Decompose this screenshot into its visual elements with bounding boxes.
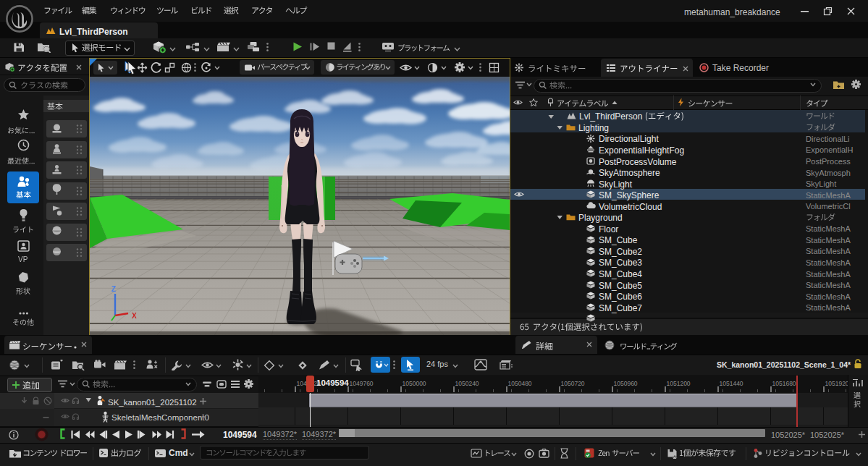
svg-text:Z: Z <box>111 285 116 293</box>
svg-text:X: X <box>132 312 137 320</box>
